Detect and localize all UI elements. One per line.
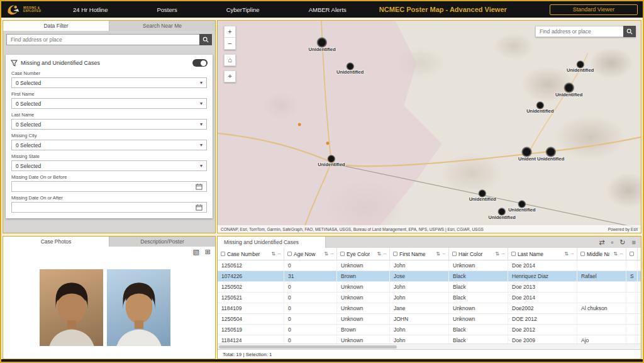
column-menu-icon[interactable]: ··· — [501, 251, 504, 257]
tab-missing-unidentified-cases[interactable]: Missing and Unidentified Cases — [218, 237, 326, 248]
column-header[interactable]: Age Now⇅··· — [284, 248, 337, 260]
table-cell — [577, 325, 626, 335]
logo-line-2: EXPLOITED — [23, 9, 41, 13]
zoom-in-button[interactable]: + — [224, 26, 236, 38]
nav-item[interactable]: Posters — [157, 6, 177, 13]
horizontal-scrollbar[interactable] — [218, 343, 641, 349]
select-input[interactable]: 0 Selected▾ — [11, 119, 207, 130]
table-cell: 0 — [284, 325, 337, 335]
sort-icon[interactable]: ⇅ — [271, 251, 275, 257]
nav-item[interactable]: CyberTipline — [226, 6, 260, 13]
column-header[interactable]: Eye Color⇅··· — [337, 248, 390, 260]
tab-description-poster[interactable]: Description/Poster — [109, 237, 215, 247]
date-input[interactable] — [11, 202, 207, 213]
select-mode-icon[interactable]: ▧ — [192, 249, 199, 255]
select-input[interactable]: 0 Selected▾ — [11, 98, 207, 109]
marker-label: Unidentified — [526, 108, 553, 114]
column-menu-icon[interactable]: ··· — [619, 251, 623, 257]
table-cell: Unknown — [337, 260, 390, 271]
scrollbar-thumb[interactable] — [219, 345, 397, 349]
sort-icon[interactable]: ⇅ — [564, 251, 569, 257]
sort-icon[interactable]: ⇅ — [377, 251, 381, 257]
column-menu-icon[interactable]: ··· — [570, 251, 574, 257]
column-menu-icon[interactable]: ··· — [383, 251, 386, 257]
map-marker[interactable]: Unidentified — [555, 82, 582, 98]
ncmec-logo[interactable]: MISSING & EXPLOITED — [6, 3, 62, 16]
search-button[interactable] — [199, 34, 212, 45]
age-progressed-photo[interactable] — [107, 269, 170, 346]
column-type-icon — [393, 252, 397, 256]
map-marker[interactable]: Unidentified — [469, 189, 496, 202]
field-label: Missing State — [11, 154, 207, 159]
column-menu-icon[interactable]: ··· — [442, 251, 445, 257]
tab-search-near-me[interactable]: Search Near Me — [109, 21, 215, 31]
actions-menu-icon[interactable]: ≡ — [632, 239, 636, 246]
map-marker[interactable]: Unidentified — [309, 37, 336, 52]
refresh-icon[interactable]: ↻ — [619, 239, 625, 246]
marker-label: Unidentified — [489, 215, 516, 220]
column-type-icon — [221, 252, 225, 256]
table-row[interactable]: 12505020UnknownJohnBlackDoe 2013 — [218, 282, 641, 293]
map-search-button[interactable] — [623, 26, 636, 37]
map-marker[interactable]: Unidentified — [526, 101, 553, 114]
address-search-input[interactable] — [6, 34, 199, 45]
select-input[interactable]: 0 Selected▾ — [11, 160, 207, 171]
filter-toggle[interactable] — [192, 59, 208, 67]
map-marker[interactable]: Unidentified — [537, 147, 564, 162]
table-row[interactable]: 107422631BrownJoseBlackHenriquez DiazRaf… — [218, 271, 641, 282]
map-marker[interactable]: Unidentified — [567, 60, 594, 73]
select-input[interactable]: 0 Selected▾ — [11, 140, 207, 150]
case-photo[interactable] — [40, 269, 103, 346]
column-menu-icon[interactable]: ··· — [330, 251, 333, 257]
table-cell: John — [390, 282, 449, 292]
map-marker[interactable]: Unidentified — [336, 62, 364, 75]
sort-icon[interactable]: ⇅ — [613, 251, 618, 257]
home-button[interactable]: ⌂ — [224, 54, 236, 66]
map-marker[interactable]: Unident — [518, 147, 536, 162]
show-selection-icon[interactable]: ⇄ — [599, 239, 604, 246]
locate-button[interactable]: ⌖ — [224, 70, 236, 82]
sort-icon[interactable]: ⇅ — [436, 251, 440, 257]
table-cell: John — [390, 260, 449, 271]
table-row[interactable]: 12505190BrownJohnBlackDoe 2012 — [218, 325, 641, 335]
map-panel: UnidentifiedUnidentifiedUnidentifiedUnid… — [217, 20, 641, 233]
map-marker[interactable]: Unidentified — [318, 155, 345, 167]
column-header[interactable]: Last Name⇅··· — [508, 248, 577, 260]
filter-field: Last Name0 Selected▾ — [11, 112, 207, 130]
column-menu-icon[interactable]: ··· — [277, 251, 280, 257]
photos-body: ▧⊞ — [3, 247, 215, 359]
table-cell: Doe 2013 — [508, 282, 577, 292]
column-header[interactable]: First Name⇅··· — [390, 248, 449, 260]
table-cell: Unknown — [449, 260, 508, 271]
filter-icon — [11, 60, 18, 67]
date-input[interactable] — [11, 181, 207, 192]
table-cell — [577, 260, 626, 271]
column-header[interactable] — [626, 248, 638, 260]
column-type-icon — [452, 252, 457, 256]
table-row[interactable]: 11841090UnknownJaneUnknownDoe2002Al chuk… — [218, 303, 641, 314]
standard-viewer-button[interactable]: Standard Viewer — [550, 4, 638, 15]
table-row[interactable]: 12505210UnknownJohnBlackDoe 2014 — [218, 293, 641, 303]
map[interactable]: UnidentifiedUnidentifiedUnidentifiedUnid… — [218, 21, 641, 233]
nav-item[interactable]: 24 Hr Hotline — [73, 6, 108, 13]
table-cell — [577, 293, 626, 303]
map-search-input[interactable] — [535, 26, 623, 37]
zoom-out-button[interactable]: − — [224, 38, 236, 50]
table-cell: John — [390, 325, 449, 335]
clear-selection-icon[interactable]: ▫ — [611, 239, 613, 246]
select-input[interactable]: 0 Selected▾ — [11, 77, 207, 88]
column-header[interactable]: Hair Color⇅··· — [449, 248, 508, 260]
column-header[interactable]: Middle Name⇅··· — [577, 248, 626, 260]
table-row[interactable]: 12505120UnknownJohnUnknownDoe 2014 — [218, 260, 641, 271]
column-header[interactable]: Case Number⇅··· — [218, 248, 284, 260]
tab-case-photos[interactable]: Case Photos — [3, 237, 109, 247]
sort-icon[interactable]: ⇅ — [495, 251, 499, 257]
map-marker[interactable]: Unidentified — [489, 208, 516, 220]
tab-data-filter[interactable]: Data Filter — [3, 21, 109, 31]
nav-item[interactable]: AMBER Alerts — [309, 6, 347, 13]
table-row[interactable]: 12505040UnknownJOHNUnknownDOE 2012 — [218, 314, 641, 325]
sort-icon[interactable]: ⇅ — [324, 251, 328, 257]
table-cell: 31 — [284, 271, 337, 281]
map-attribution: CONANP, Esri, TomTom, Garmin, SafeGraph,… — [218, 225, 641, 233]
layout-grid-icon[interactable]: ⊞ — [205, 249, 211, 255]
